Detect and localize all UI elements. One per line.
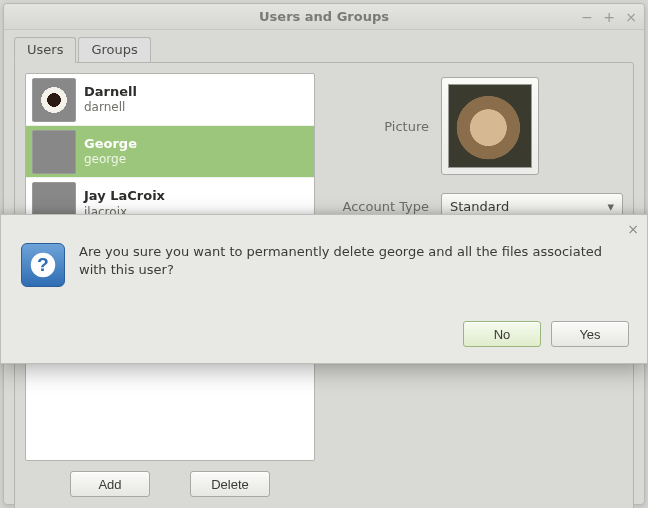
window-title: Users and Groups bbox=[259, 9, 389, 24]
list-buttons: Add Delete bbox=[25, 471, 315, 497]
list-item[interactable]: Darnell darnell bbox=[26, 74, 314, 126]
dialog-body: ? Are you sure you want to permanently d… bbox=[1, 215, 647, 287]
titlebar[interactable]: Users and Groups − + × bbox=[4, 4, 644, 30]
picture-label: Picture bbox=[331, 119, 441, 134]
picture-row: Picture bbox=[331, 77, 623, 175]
no-button[interactable]: No bbox=[463, 321, 541, 347]
list-item-names: George george bbox=[84, 136, 137, 167]
list-item-fullname: Jay LaCroix bbox=[84, 188, 165, 204]
dialog-message: Are you sure you want to permanently del… bbox=[79, 243, 623, 287]
yes-button[interactable]: Yes bbox=[551, 321, 629, 347]
yes-button-label: Yes bbox=[579, 327, 600, 342]
tab-strip: Users Groups bbox=[14, 36, 634, 62]
list-item-username: darnell bbox=[84, 100, 137, 115]
delete-button-label: Delete bbox=[211, 477, 249, 492]
tab-users[interactable]: Users bbox=[14, 37, 76, 63]
avatar bbox=[32, 130, 76, 174]
question-icon: ? bbox=[21, 243, 65, 287]
close-icon[interactable]: × bbox=[624, 9, 638, 25]
list-item[interactable]: George george bbox=[26, 126, 314, 178]
list-item-names: Darnell darnell bbox=[84, 84, 137, 115]
minimize-icon[interactable]: − bbox=[580, 9, 594, 25]
chevron-down-icon: ▾ bbox=[607, 199, 614, 214]
add-button-label: Add bbox=[98, 477, 121, 492]
picture-image bbox=[448, 84, 532, 168]
account-type-value: Standard bbox=[450, 199, 509, 214]
list-item-username: george bbox=[84, 152, 137, 167]
list-item-fullname: Darnell bbox=[84, 84, 137, 100]
tab-groups-label: Groups bbox=[91, 42, 137, 57]
no-button-label: No bbox=[494, 327, 511, 342]
account-type-label: Account Type bbox=[331, 199, 441, 214]
maximize-icon[interactable]: + bbox=[602, 9, 616, 25]
tab-groups[interactable]: Groups bbox=[78, 37, 150, 62]
dialog-buttons: No Yes bbox=[463, 321, 629, 347]
close-icon[interactable]: × bbox=[627, 221, 639, 237]
window-buttons: − + × bbox=[580, 4, 638, 30]
confirm-delete-dialog: × ? Are you sure you want to permanently… bbox=[0, 214, 648, 364]
list-item-fullname: George bbox=[84, 136, 137, 152]
tab-users-label: Users bbox=[27, 42, 63, 57]
picture-button[interactable] bbox=[441, 77, 539, 175]
add-button[interactable]: Add bbox=[70, 471, 150, 497]
avatar bbox=[32, 78, 76, 122]
delete-button[interactable]: Delete bbox=[190, 471, 270, 497]
svg-text:?: ? bbox=[37, 254, 49, 275]
